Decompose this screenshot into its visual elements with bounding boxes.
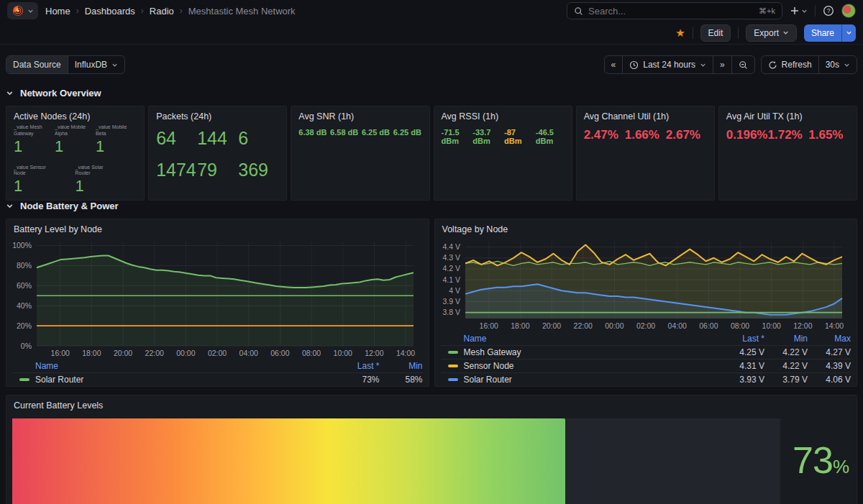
stat-label: _value Mobile Alpha	[55, 124, 96, 137]
stat-grid: ····· ····· ···64····· ····· ···144·····…	[156, 124, 279, 180]
user-avatar[interactable]	[841, 4, 856, 18]
legend-series-name[interactable]: Sensor Node	[464, 361, 722, 371]
legend-column-min[interactable]: Min	[764, 334, 808, 344]
zoom-out-icon	[739, 60, 748, 70]
top-nav-right: ⌘+k ?	[567, 2, 856, 19]
legend-swatch[interactable]	[448, 378, 458, 381]
row-header-network-overview[interactable]: Network Overview	[6, 84, 857, 101]
stat-label: _value Sensor Node	[14, 165, 55, 178]
time-shift-back-button[interactable]: «	[605, 56, 623, 73]
panel-title[interactable]: Current Battery Levels	[6, 395, 857, 411]
stat-grid: _value Mesh Gateway1_value Mobile Alpha1…	[14, 124, 137, 194]
chevron-down-icon	[27, 8, 34, 14]
legend-header: NameLast *MinMax	[441, 332, 851, 345]
battery-gauge: 73 %	[12, 418, 851, 504]
panel-title[interactable]: Avg RSSI (1h)	[434, 106, 572, 122]
panel-avg-snr: Avg SNR (1h)·····6.38 dB·····6.58 dB····…	[291, 106, 429, 201]
time-zoom-out-button[interactable]	[731, 56, 754, 73]
legend-row: Solar Router73%58%	[12, 372, 423, 386]
breadcrumb-item[interactable]: Radio	[150, 6, 174, 17]
legend-value: 4.25 V	[721, 347, 764, 357]
time-range-picker[interactable]: Last 24 hours	[622, 56, 713, 73]
top-nav-bar: Home›Dashboards›Radio›Meshtastic Mesh Ne…	[0, 0, 863, 22]
legend-series-name[interactable]: Solar Router	[35, 375, 337, 385]
help-button[interactable]: ?	[823, 5, 834, 17]
legend-column-last[interactable]: Last *	[721, 334, 764, 344]
stat-value: 1	[14, 138, 55, 155]
legend-column-max[interactable]: Max	[808, 334, 851, 344]
stat-value: 144	[197, 129, 238, 147]
panel-title[interactable]: Avg Channel Util (1h)	[577, 106, 714, 122]
divider	[738, 27, 739, 39]
legend-column-min[interactable]: Min	[380, 361, 423, 371]
svg-text:16:00: 16:00	[479, 321, 498, 330]
panel-title[interactable]: Active Nodes (24h)	[6, 106, 144, 122]
share-button-group: Share	[804, 24, 856, 42]
panel-title[interactable]: Voltage by Node	[435, 219, 857, 234]
legend-value: 4.22 V	[764, 361, 808, 371]
dashboard-toolbar: Data Source InfluxDB « Last 24 hours »	[6, 54, 857, 75]
legend-series-name[interactable]: Solar Router	[464, 375, 722, 385]
panel-title[interactable]: Battery Level by Node	[6, 219, 429, 234]
svg-text:3.8 V: 3.8 V	[442, 308, 460, 316]
legend-swatch[interactable]	[19, 378, 29, 381]
svg-text:4.3 V: 4.3 V	[442, 253, 460, 262]
favorite-star-icon[interactable]: ★	[675, 27, 685, 38]
help-icon: ?	[823, 5, 834, 17]
edit-button[interactable]: Edit	[700, 24, 731, 42]
svg-text:4 V: 4 V	[449, 286, 460, 295]
stat-value: 79	[197, 160, 238, 179]
search-box[interactable]: ⌘+k	[567, 2, 782, 19]
refresh-button[interactable]: Refresh	[762, 56, 818, 73]
legend-value: 3.93 V	[721, 375, 764, 385]
svg-text:06:00: 06:00	[699, 321, 718, 330]
stat: ·····2.67%	[666, 124, 707, 142]
battery-level-chart[interactable]: 0%20%40%60%80%100%16:0018:0020:0022:0000…	[6, 236, 429, 359]
legend-column-last[interactable]: Last *	[337, 361, 380, 371]
svg-text:04:00: 04:00	[667, 321, 686, 330]
share-caret-button[interactable]	[841, 24, 856, 42]
svg-text:4.1 V: 4.1 V	[442, 275, 460, 284]
panel-title[interactable]: Packets (24h)	[149, 106, 286, 122]
breadcrumb-item[interactable]: Dashboards	[85, 6, 135, 17]
legend-value: 3.79 V	[764, 375, 808, 385]
panel-avg-channel-util: Avg Channel Util (1h)·····2.47%·····1.66…	[576, 106, 715, 201]
legend-swatch[interactable]	[448, 365, 458, 367]
share-button[interactable]: Share	[804, 24, 841, 42]
add-button[interactable]	[790, 6, 808, 16]
chevron-down-icon	[6, 202, 14, 210]
legend-value: 58%	[380, 375, 423, 385]
voltage-chart[interactable]: 3.8 V3.9 V4 V4.1 V4.2 V4.3 V4.4 V16:0018…	[435, 236, 857, 332]
panel-packets: Packets (24h)····· ····· ···64····· ····…	[148, 106, 287, 201]
refresh-icon	[768, 60, 777, 70]
legend-series-name[interactable]: Mesh Gateway	[464, 347, 722, 357]
panel-title[interactable]: Avg SNR (1h)	[291, 106, 429, 122]
stat: _value Mobile Beta1	[96, 124, 137, 155]
search-input[interactable]	[588, 6, 754, 17]
chevron-down-icon	[801, 8, 808, 14]
panel-active-nodes: Active Nodes (24h)_value Mesh Gateway1_v…	[6, 106, 145, 201]
stat: ·····1.72%	[768, 124, 809, 142]
stat-value: 1	[96, 138, 137, 155]
time-shift-forward-button[interactable]: »	[713, 56, 731, 73]
legend-swatch[interactable]	[448, 351, 458, 354]
breadcrumb-item[interactable]: Home	[45, 6, 70, 17]
stat-value: -33.7 dBm	[472, 129, 501, 145]
series-fill-solar-router	[37, 256, 414, 347]
refresh-interval-select[interactable]: 30s	[818, 56, 857, 73]
stat: ····· ····· ···6	[238, 124, 279, 147]
stat-label: _value Solar Router	[76, 165, 117, 178]
stat: ····· ····· ···1474	[156, 156, 197, 179]
datasource-select[interactable]: InfluxDB	[68, 56, 124, 73]
grafana-logo-button[interactable]	[7, 2, 38, 19]
legend-column-name[interactable]: Name	[12, 361, 337, 371]
panel-title[interactable]: Avg Air Util TX (1h)	[719, 106, 857, 122]
legend-column-name[interactable]: Name	[441, 334, 722, 344]
stat-grid: ·····2.47%·····1.66%·····2.67%	[584, 124, 707, 142]
datasource-picker: Data Source InfluxDB	[6, 55, 125, 74]
svg-text:20:00: 20:00	[542, 321, 560, 330]
stat-value: 6.25 dB	[362, 129, 391, 137]
svg-text:40%: 40%	[17, 301, 32, 310]
export-button[interactable]: Export	[746, 24, 797, 42]
svg-text:02:00: 02:00	[636, 321, 654, 330]
